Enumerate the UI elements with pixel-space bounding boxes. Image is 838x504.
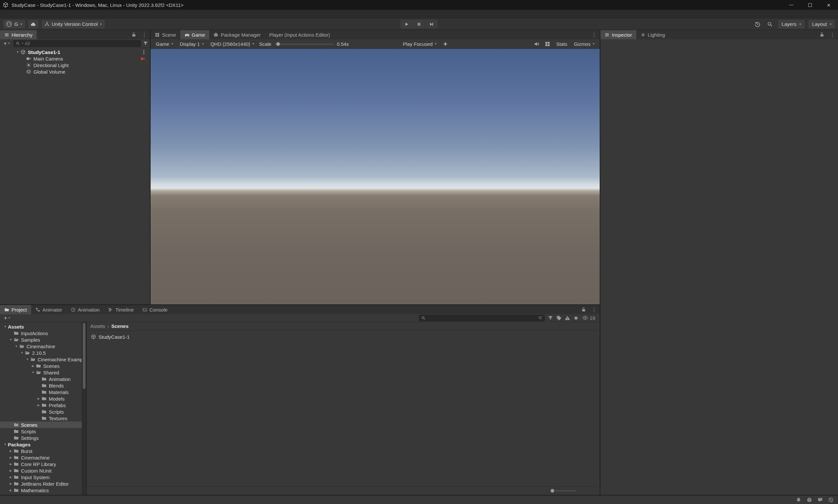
tab-animation[interactable]: Animation <box>67 305 104 314</box>
expander-icon[interactable]: ▶ <box>8 456 14 459</box>
hierarchy-item-directional-light[interactable]: Directional Light <box>0 62 150 68</box>
folder-row-packages[interactable]: ▼ Packages <box>0 441 86 448</box>
folder-row-textures[interactable]: Textures <box>0 415 86 421</box>
tab-animator[interactable]: Animator <box>31 305 67 314</box>
import-log-icon[interactable] <box>565 315 570 321</box>
expander-icon[interactable]: ▼ <box>31 371 36 374</box>
tree-scrollbar[interactable] <box>82 322 86 495</box>
folder-row-core-rp-library[interactable]: ▶ Core RP Library <box>0 461 86 467</box>
menu-item-help[interactable] <box>54 10 60 18</box>
folder-row-inputactions[interactable]: InputActions <box>0 330 86 337</box>
folder-row-cinemachine[interactable]: ▼ Cinemachine <box>0 343 86 349</box>
resolution-dropdown[interactable]: QHD (2560x1440)▾ <box>208 39 257 49</box>
expander-icon[interactable]: ▶ <box>8 489 14 492</box>
scrollbar-thumb[interactable] <box>83 323 86 389</box>
folder-row-models[interactable]: ▶ Models <box>0 395 86 402</box>
slider-knob[interactable] <box>276 42 280 46</box>
slider-knob[interactable] <box>551 489 554 492</box>
breadcrumb-assets[interactable]: Assets <box>90 323 105 329</box>
panel-menu-icon[interactable]: ⋮ <box>827 32 838 38</box>
lock-icon[interactable] <box>819 32 824 37</box>
folder-row-materials[interactable]: Materials <box>0 389 86 395</box>
search-by-label-icon[interactable] <box>556 315 562 321</box>
scale-slider[interactable] <box>275 39 333 49</box>
breadcrumb-scenes[interactable]: Scenes <box>111 323 129 329</box>
tab-scene[interactable]: Scene <box>150 30 180 39</box>
create-asset-button[interactable]: +▾ <box>2 315 12 321</box>
tab-game[interactable]: Game <box>180 30 210 39</box>
step-button[interactable] <box>425 20 438 29</box>
menu-item-assets[interactable] <box>14 10 21 18</box>
expander-icon[interactable]: ▼ <box>8 338 14 341</box>
panel-menu-icon[interactable]: ⋮ <box>139 32 150 38</box>
folder-row-custom-nunit[interactable]: ▶ Custom NUnit <box>0 467 86 474</box>
project-search-input[interactable] <box>419 315 545 321</box>
tab-console[interactable]: Console <box>138 305 172 314</box>
message-icon[interactable] <box>817 497 823 503</box>
open-search-icon[interactable] <box>538 316 542 320</box>
expander-icon[interactable]: ▼ <box>3 325 8 328</box>
expander-icon[interactable]: ▼ <box>3 443 8 446</box>
folder-row-scripts[interactable]: Scripts <box>0 428 86 435</box>
menu-item-file[interactable] <box>1 10 8 18</box>
expander-icon[interactable]: ▶ <box>8 475 14 479</box>
mute-audio-icon[interactable] <box>534 41 539 47</box>
hierarchy-item-global-volume[interactable]: Global Volume <box>0 68 150 75</box>
cloud-button[interactable] <box>28 20 39 29</box>
menu-item-services[interactable] <box>34 10 40 18</box>
folder-row-assets[interactable]: ▼ Assets <box>0 323 86 330</box>
folder-row-searcher[interactable]: ▶ Searcher <box>0 493 86 495</box>
undo-history-button[interactable] <box>753 20 762 29</box>
hierarchy-item-main-camera[interactable]: Main Camera <box>0 55 150 62</box>
panel-menu-icon[interactable]: ⋮ <box>589 32 600 38</box>
hierarchy-scene-row[interactable]: ▼ StudyCase1-1 ⋮ <box>0 49 150 55</box>
folder-row-scenes[interactable]: ▶ Scenes <box>0 363 86 369</box>
menu-item-component[interactable] <box>28 10 34 18</box>
tab-package-manager[interactable]: Package Manager <box>209 30 265 39</box>
layout-dropdown[interactable]: Layout ▾ <box>808 20 835 29</box>
sparkle-icon[interactable] <box>443 41 448 47</box>
asset-item-studycase1-1[interactable]: StudyCase1-1 <box>89 334 131 340</box>
save-search-icon[interactable] <box>573 315 579 321</box>
play-focused-dropdown[interactable]: Play Focused▾ <box>400 39 440 49</box>
game-viewport[interactable] <box>150 49 600 304</box>
folder-row-blends[interactable]: Blends <box>0 382 86 389</box>
hidden-packages-count[interactable]: 19 <box>582 315 595 321</box>
tab-project[interactable]: Project <box>0 305 31 314</box>
folder-row-prefabs[interactable]: ▶ Prefabs <box>0 402 86 409</box>
gizmos-dropdown[interactable]: Gizmos▾ <box>571 39 598 49</box>
tab-inspector[interactable]: Inspector <box>600 30 636 39</box>
play-button[interactable] <box>400 20 413 29</box>
stats-button[interactable]: Stats <box>553 39 570 49</box>
close-button[interactable]: × <box>819 0 838 10</box>
notifications-icon[interactable] <box>796 497 801 503</box>
expander-icon[interactable]: ▶ <box>8 463 14 466</box>
folder-row-animation[interactable]: Animation <box>0 376 86 382</box>
menu-item-window[interactable] <box>47 10 54 18</box>
tab-player-input-actions-editor[interactable]: Player (Input Actions Editor) <box>265 30 334 39</box>
lock-icon[interactable] <box>131 32 137 37</box>
icon-size-slider[interactable] <box>551 487 576 495</box>
display-dropdown[interactable]: Display 1▾ <box>177 39 207 49</box>
expander-icon[interactable]: ▶ <box>31 364 36 367</box>
expander-icon[interactable]: ▶ <box>8 449 14 453</box>
folder-row-cinemachine-example-scenes[interactable]: ▼ Cinemachine Example Scenes <box>0 356 86 363</box>
expander-icon[interactable]: ▼ <box>14 345 19 348</box>
tab-lighting[interactable]: Lighting <box>636 30 670 39</box>
lock-icon[interactable] <box>581 307 586 312</box>
folder-row-jetbrains-rider-editor[interactable]: ▶ JetBrains Rider Editor <box>0 481 86 487</box>
folder-row-burst[interactable]: ▶ Burst <box>0 448 86 454</box>
panel-menu-icon[interactable]: ⋮ <box>589 307 600 313</box>
expander-icon[interactable]: ▶ <box>36 397 41 400</box>
account-button[interactable]: G ▾ <box>3 20 25 29</box>
folder-row-shared[interactable]: ▼ Shared <box>0 369 86 376</box>
display-target-dropdown[interactable]: Game▾ <box>153 39 176 49</box>
maximize-button[interactable] <box>801 0 819 10</box>
vsync-icon[interactable] <box>545 41 550 47</box>
expander-icon[interactable]: ▶ <box>8 469 14 472</box>
folder-row-samples[interactable]: ▼ Samples <box>0 337 86 343</box>
scene-menu-icon[interactable]: ⋮ <box>138 49 149 55</box>
package-status-icon[interactable] <box>806 497 812 503</box>
folder-row-input-system[interactable]: ▶ Input System <box>0 474 86 481</box>
search-button[interactable] <box>766 20 774 29</box>
